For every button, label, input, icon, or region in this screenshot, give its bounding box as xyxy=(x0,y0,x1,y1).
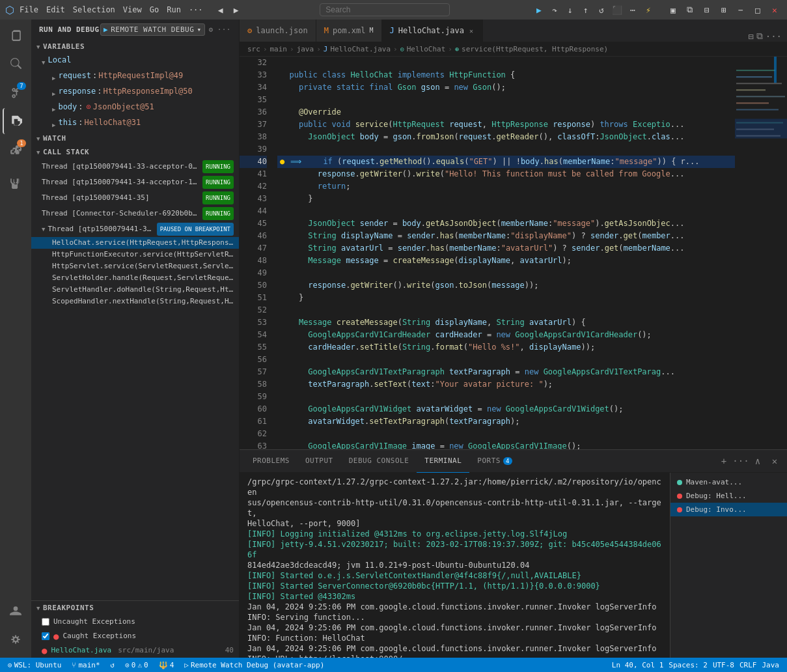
status-debug-session[interactable]: ▷ Remote Watch Debug (avatar-app) xyxy=(182,658,327,672)
terminal-debug-hell[interactable]: Debug: Hell... xyxy=(670,489,787,503)
menu-selection[interactable]: Selection xyxy=(73,5,115,14)
watch-header[interactable]: ▼ WATCH xyxy=(31,132,239,145)
step-over-button[interactable]: ↷ xyxy=(547,3,562,17)
status-cursor[interactable]: Ln 40, Col 1 xyxy=(609,661,666,669)
stack-frame-5[interactable]: ScopedHandler.nextHandle(String,Request,… xyxy=(31,296,239,307)
stack-frame-2[interactable]: HttpServlet.service(ServletRequest,Servl… xyxy=(31,260,239,272)
split-editor-button[interactable]: ⊟ xyxy=(748,31,753,42)
terminal-debug-invo[interactable]: Debug: Invo... xyxy=(670,503,787,516)
nav-back-button[interactable]: ◀ xyxy=(214,3,228,17)
debug-more-button[interactable]: ⋯ xyxy=(626,3,640,17)
status-branch[interactable]: ⑂ main* xyxy=(69,658,102,672)
restart-button[interactable]: ↺ xyxy=(594,3,609,17)
stack-frame-1[interactable]: HttpFunctionExecutor.service(HttpServlet… xyxy=(31,249,239,260)
menu-more[interactable]: ··· xyxy=(189,5,203,14)
breakpoints-header[interactable]: ▼ BREAKPOINTS xyxy=(31,601,239,615)
disconnect-button[interactable]: ⬛ xyxy=(610,3,624,17)
bp-uncaught-checkbox[interactable] xyxy=(42,618,49,626)
panel-close-button[interactable]: ✕ xyxy=(767,454,782,468)
menu-go[interactable]: Go xyxy=(150,5,159,14)
step-into-button[interactable]: ↓ xyxy=(563,3,577,17)
sidebar-item-explorer[interactable] xyxy=(3,22,29,48)
panel-tab-debug-console[interactable]: DEBUG CONSOLE xyxy=(341,450,417,473)
thread-0[interactable]: Thread [qtp1500079441-33-acceptor-0@48..… xyxy=(31,159,239,175)
stack-frame-0[interactable]: HelloChat.service(HttpRequest,HttpRespon… xyxy=(31,237,239,249)
layout-grid[interactable]: ⊞ xyxy=(717,3,731,17)
tab-hellochat-close[interactable]: ✕ xyxy=(468,27,475,35)
bp-caught-checkbox[interactable] xyxy=(42,632,49,640)
sidebar-item-source-control[interactable]: 7 xyxy=(3,79,29,105)
var-response[interactable]: ▶ response : HttpResponseImpl@50 xyxy=(47,85,239,100)
account-icon[interactable] xyxy=(3,598,29,624)
panel-more-button[interactable]: ··· xyxy=(734,454,748,468)
layout-sidebar-left[interactable]: ▣ xyxy=(666,3,680,17)
thread-4[interactable]: ▼ Thread [qtp1500079441-37] PAUSED ON BR… xyxy=(31,221,239,237)
nav-forward-button[interactable]: ▶ xyxy=(229,3,243,17)
gear-button[interactable]: ⚙ xyxy=(209,25,214,34)
var-response-value: HttpResponseImpl@50 xyxy=(103,85,192,97)
thread-3[interactable]: Thread [Connector-Scheduler-6920b0bc-1] … xyxy=(31,206,239,221)
status-sync[interactable]: ↺ xyxy=(108,658,118,672)
menu-file[interactable]: File xyxy=(20,5,38,14)
status-remote[interactable]: ⊙ WSL: Ubuntu xyxy=(5,658,64,672)
status-eol[interactable]: CRLF xyxy=(737,661,760,669)
bc-hellochat-file[interactable]: HelloChat.java xyxy=(330,45,391,53)
bp-hellochat[interactable]: ● HelloChat.java src/main/java 40 xyxy=(31,643,239,658)
panel-tab-ports[interactable]: PORTS 4 xyxy=(469,450,520,473)
var-local-group[interactable]: ▼ Local xyxy=(36,53,239,69)
thread-2[interactable]: Thread [qtp1500079441-35] RUNNING xyxy=(31,190,239,206)
status-encoding[interactable]: UTF-8 xyxy=(710,661,737,669)
bc-method[interactable]: service(HttpRequest, HttpResponse) xyxy=(462,45,608,53)
var-this[interactable]: ▶ this : HelloChat@31 xyxy=(47,116,239,132)
panel-maximize-button[interactable]: ∧ xyxy=(751,454,765,468)
status-debug-ports[interactable]: 🔱 4 xyxy=(156,658,177,672)
status-spaces[interactable]: Spaces: 2 xyxy=(666,661,710,669)
tab-pom-xml[interactable]: M pom.xml M xyxy=(316,20,382,42)
menu-run[interactable]: Run xyxy=(167,5,181,14)
menu-edit[interactable]: Edit xyxy=(46,5,65,14)
editor-layout-button[interactable]: ⧉ xyxy=(756,31,763,42)
layout-panel[interactable]: ⊟ xyxy=(700,3,714,17)
tab-launch-json[interactable]: ⚙ launch.json xyxy=(240,20,316,42)
menu-view[interactable]: View xyxy=(123,5,142,14)
panel-tab-problems[interactable]: PROBLEMS xyxy=(245,450,297,473)
terminal-area[interactable]: /grpc/grpc-context/1.27.2/grpc-context-1… xyxy=(240,473,670,658)
bc-main[interactable]: main xyxy=(270,45,288,53)
window-maximize[interactable]: □ xyxy=(751,3,765,17)
step-out-button[interactable]: ↑ xyxy=(579,3,593,17)
search-input[interactable] xyxy=(320,3,450,16)
tab-hellochat-java[interactable]: J HelloChat.java ✕ xyxy=(382,20,483,42)
bc-java[interactable]: java xyxy=(297,45,314,53)
panel-tab-terminal[interactable]: TERMINAL xyxy=(417,450,469,473)
stack-frame-4[interactable]: ServletHandler.doHandle(String,Request,H… xyxy=(31,284,239,296)
layout-toggle[interactable]: ⧉ xyxy=(683,3,697,17)
sidebar-item-testing[interactable] xyxy=(3,171,29,197)
sidebar-more-button[interactable]: ··· xyxy=(217,25,231,34)
variables-header[interactable]: ▼ VARIABLES xyxy=(31,40,239,53)
window-close[interactable]: ✕ xyxy=(767,3,782,17)
bc-src[interactable]: src xyxy=(247,45,260,53)
callstack-header[interactable]: ▼ CALL STACK xyxy=(31,145,239,159)
panel-tab-output[interactable]: OUTPUT xyxy=(297,450,341,473)
terminal-maven[interactable]: Maven-avat... xyxy=(670,475,787,489)
lightning-button[interactable]: ⚡ xyxy=(641,3,656,17)
editor-more-button[interactable]: ··· xyxy=(766,31,782,42)
continue-button[interactable]: ▶ xyxy=(532,3,546,17)
code-content[interactable]: public class HelloChat implements HttpFu… xyxy=(272,57,735,449)
window-minimize[interactable]: − xyxy=(734,3,748,17)
sidebar-item-extensions[interactable]: 1 xyxy=(3,137,29,163)
code-editor[interactable]: 32 33 34 35 36 37 38 39 40 41 42 43 44 4… xyxy=(240,57,787,449)
status-language[interactable]: Java xyxy=(760,661,782,669)
panel-add-button[interactable]: + xyxy=(717,454,731,468)
settings-icon[interactable] xyxy=(3,626,29,652)
status-errors[interactable]: ⊙ 0 ⚠ 0 xyxy=(122,658,151,672)
var-request[interactable]: ▶ request : HttpRequestImpl@49 xyxy=(47,69,239,85)
sidebar-item-search[interactable] xyxy=(3,51,29,77)
debug-config-dropdown[interactable]: ▶ Remote Watch Debug ▾ xyxy=(100,23,204,36)
thread-1[interactable]: Thread [qtp1500079441-34-acceptor-1@66..… xyxy=(31,175,239,190)
sidebar-item-run-debug[interactable] xyxy=(3,108,29,134)
bc-class[interactable]: HelloChat xyxy=(407,45,446,53)
svg-rect-1 xyxy=(736,70,775,71)
stack-frame-3[interactable]: ServletHolder.handle(Request,ServletRequ… xyxy=(31,272,239,284)
var-body[interactable]: ▶ body : ⊙ JsonObject@51 xyxy=(47,100,239,116)
